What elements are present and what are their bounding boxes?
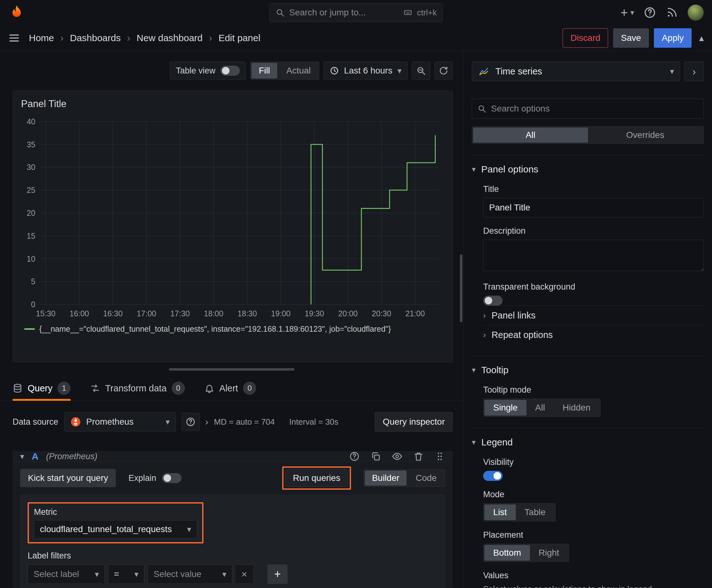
select-label-dropdown[interactable]: Select label ▾ [28,564,105,584]
tab-query[interactable]: Query 1 [13,382,71,400]
horizontal-scrollbar[interactable] [169,368,295,371]
operator-dropdown[interactable]: = ▾ [108,564,145,584]
tooltip-mode-all[interactable]: All [526,400,554,416]
legend-placement-label: Placement [483,530,704,540]
datasource-picker[interactable]: Prometheus ▾ [64,412,176,432]
global-search-input[interactable] [289,7,398,18]
description-textarea[interactable] [483,240,704,271]
refresh-button[interactable] [434,62,453,80]
grafana-logo-icon[interactable] [8,4,25,21]
tooltip-mode-single[interactable]: Single [484,400,526,416]
time-range-picker[interactable]: Last 6 hours ▾ [324,62,408,80]
legend-header[interactable]: ▾ Legend [472,436,704,448]
help-icon[interactable] [644,6,656,19]
hide-response-eye-icon[interactable] [392,451,403,462]
legend-visibility-toggle[interactable] [483,471,503,481]
kick-start-query-button[interactable]: Kick start your query [20,469,116,487]
fill-option[interactable]: Fill [252,63,277,79]
remove-filter-button[interactable]: × [235,564,254,584]
chevron-right-icon: › [692,65,696,78]
tab-transform-data[interactable]: Transform data 0 [90,382,185,400]
builder-mode-option[interactable]: Builder [365,470,407,486]
legend-mode-list[interactable]: List [484,504,516,520]
query-row-actions [349,451,445,462]
add-menu-button[interactable]: + ▾ [621,6,634,20]
visibility-label: Visibility [483,457,704,467]
collapse-query-icon[interactable]: ▾ [20,452,24,461]
tab-alert[interactable]: Alert 0 [204,382,257,400]
options-pane-collapse-button[interactable]: › [684,62,704,81]
add-filter-button[interactable]: + [267,564,287,584]
annotation-highlight-run-queries: Run queries [282,466,351,490]
query-options-summary[interactable]: MD = auto = 704 Interval = 30s [214,417,339,427]
run-queries-button[interactable]: Run queries [285,469,348,487]
visualization-picker[interactable]: Time series ▾ [472,62,680,81]
repeat-options-row[interactable]: › Repeat options [483,325,704,344]
breadcrumb-separator-icon: › [60,32,64,44]
user-avatar[interactable] [688,4,704,21]
series-label[interactable]: {__name__="cloudflared_tunnel_total_requ… [39,324,391,334]
duplicate-query-icon[interactable] [370,451,381,462]
refresh-icon [438,66,449,76]
label-filters-label: Label filters [28,551,438,561]
drag-handle-icon[interactable] [434,451,445,462]
breadcrumb-home[interactable]: Home [29,33,54,43]
panel-title[interactable]: Panel Title [21,98,444,110]
chevron-down-icon: ▾ [670,67,674,76]
tooltip-section: ▾ Tooltip Tooltip mode Single All Hidden [472,356,704,417]
zoom-out-button[interactable] [412,62,430,80]
top-nav-actions: + ▾ [621,4,704,21]
query-row-header[interactable]: ▾ A (Prometheus) [13,451,453,462]
options-search[interactable] [472,99,704,119]
explain-toggle[interactable] [162,473,181,483]
panel-links-row[interactable]: › Panel links [483,306,704,325]
panel-options-header[interactable]: ▾ Panel options [472,163,704,175]
time-series-chart[interactable]: 051015202530354015:3016:0016:3017:0017:3… [21,117,444,321]
options-search-input[interactable] [491,104,698,114]
explain-label: Explain [128,474,156,483]
apply-button[interactable]: Apply [654,28,692,48]
svg-text:20:00: 20:00 [338,309,358,318]
filter-all-option[interactable]: All [473,128,588,143]
select-value-dropdown[interactable]: Select value ▾ [148,564,232,584]
vertical-scrollbar[interactable] [460,254,462,322]
panel-size-segmented: Fill Actual [250,62,319,80]
legend-mode-group: List Table [483,503,556,521]
panel-view-toolbar: Table view Fill Actual Last 6 hours ▾ [0,51,463,80]
breadcrumb-new-dashboard[interactable]: New dashboard [136,33,202,43]
chevron-up-icon[interactable]: ▴ [699,33,704,43]
datasource-help-button[interactable] [181,413,200,431]
title-label: Title [483,184,704,194]
chevron-down-icon: ▾ [630,8,634,17]
table-view-label: Table view [176,66,215,76]
keyboard-icon [403,8,413,17]
select-label-placeholder: Select label [34,569,79,579]
query-options-expand-icon[interactable]: › [205,417,209,427]
svg-text:17:30: 17:30 [170,309,190,318]
metric-select[interactable]: cloudflared_tunnel_total_requests ▾ [34,520,197,538]
legend-mode-table[interactable]: Table [516,504,555,520]
actual-option[interactable]: Actual [278,62,319,80]
save-button[interactable]: Save [613,28,649,48]
query-help-icon[interactable] [349,451,360,462]
panel-options-sidebar: Time series ▾ › All Overrides [463,51,712,588]
metric-label: Metric [34,507,197,517]
hamburger-menu-icon[interactable] [8,32,20,44]
legend-item[interactable]: {__name__="cloudflared_tunnel_total_requ… [21,324,444,334]
news-icon[interactable] [666,6,678,19]
code-mode-option[interactable]: Code [408,469,445,486]
legend-placement-right[interactable]: Right [530,545,568,561]
global-search[interactable]: ctrl+k [269,3,443,22]
panel-title-input[interactable] [483,198,704,217]
discard-button[interactable]: Discard [563,28,608,48]
legend-placement-bottom[interactable]: Bottom [484,545,530,561]
filter-overrides-option[interactable]: Overrides [588,128,703,143]
delete-query-trash-icon[interactable] [413,451,424,462]
tooltip-mode-hidden[interactable]: Hidden [554,400,599,416]
tooltip-header[interactable]: ▾ Tooltip [472,364,704,376]
breadcrumb-dashboards[interactable]: Dashboards [70,33,121,43]
bell-icon [204,383,214,393]
table-view-toggle[interactable] [220,66,240,76]
transparent-background-toggle[interactable] [483,296,503,306]
query-inspector-button[interactable]: Query inspector [375,412,453,432]
